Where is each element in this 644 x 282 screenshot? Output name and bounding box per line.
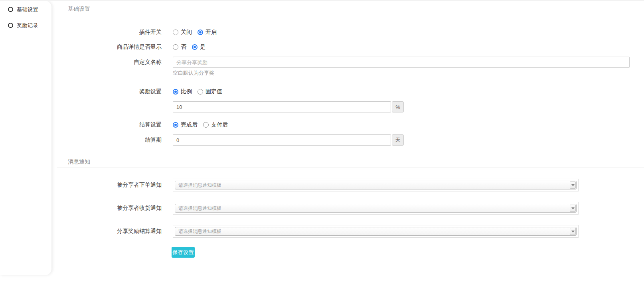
save-button-row: 保存设置 bbox=[51, 247, 644, 258]
custom-name-input[interactable] bbox=[173, 57, 630, 68]
circle-icon bbox=[8, 23, 13, 28]
radio-icon bbox=[173, 122, 178, 128]
save-button[interactable]: 保存设置 bbox=[172, 247, 195, 258]
select-placeholder: 请选择消息通知模板 bbox=[175, 182, 570, 189]
radio-label: 完成后 bbox=[181, 121, 198, 128]
settings-page: 基础设置 奖励记录 基础设置 插件开关 关闭 开启 商品详情是否显示 bbox=[0, 1, 644, 282]
notify-settle-label: 分享奖励结算通知 bbox=[51, 228, 162, 235]
radio-label: 关闭 bbox=[181, 29, 192, 36]
settle-period-label: 结算期 bbox=[51, 136, 162, 144]
section-divider bbox=[57, 15, 644, 15]
custom-name-help-row: 空白默认为分享奖 bbox=[51, 69, 644, 77]
select-box: 请选择消息通知模板 bbox=[175, 181, 577, 189]
select-box: 请选择消息通知模板 bbox=[175, 227, 577, 236]
basic-section-title: 基础设置 bbox=[51, 6, 644, 12]
radio-label: 固定值 bbox=[205, 88, 222, 95]
product-detail-display-label: 商品详情是否显示 bbox=[51, 43, 162, 51]
chevron-down-icon bbox=[570, 228, 576, 235]
radio-plugin-off[interactable]: 关闭 bbox=[173, 29, 192, 36]
settle-period-row: 结算期 天 bbox=[51, 134, 644, 146]
sidebar: 基础设置 奖励记录 bbox=[0, 1, 51, 275]
notify-receipt-select[interactable]: 请选择消息通知模板 bbox=[173, 202, 579, 215]
radio-plugin-on[interactable]: 开启 bbox=[198, 29, 217, 36]
chevron-down-icon bbox=[570, 205, 576, 212]
radio-label: 否 bbox=[181, 43, 186, 51]
percent-addon: % bbox=[392, 101, 404, 112]
radio-label: 比例 bbox=[181, 88, 192, 95]
settle-setting-label: 结算设置 bbox=[51, 121, 162, 128]
section-divider bbox=[57, 168, 644, 168]
radio-reward-fixed[interactable]: 固定值 bbox=[198, 88, 222, 95]
custom-name-help-text: 空白默认为分享奖 bbox=[173, 69, 214, 77]
radio-icon bbox=[198, 30, 203, 35]
select-placeholder: 请选择消息通知模板 bbox=[175, 205, 570, 212]
notify-receipt-label: 被分享者收货通知 bbox=[51, 205, 162, 212]
reward-amount-input[interactable] bbox=[173, 101, 391, 112]
settle-period-input[interactable] bbox=[173, 134, 391, 146]
radio-icon bbox=[173, 30, 178, 35]
day-addon: 天 bbox=[392, 134, 404, 146]
notify-settle-select[interactable]: 请选择消息通知模板 bbox=[173, 225, 579, 238]
notify-order-row: 被分享者下单通知 请选择消息通知模板 bbox=[51, 179, 644, 191]
product-detail-display-row: 商品详情是否显示 否 是 bbox=[51, 43, 644, 51]
notify-receipt-row: 被分享者收货通知 请选择消息通知模板 bbox=[51, 202, 644, 215]
radio-icon bbox=[173, 89, 178, 95]
radio-icon bbox=[192, 44, 198, 50]
main-content: 基础设置 插件开关 关闭 开启 商品详情是否显示 否 是 bbox=[51, 1, 644, 282]
settle-setting-row: 结算设置 完成后 支付后 bbox=[51, 121, 644, 129]
notify-section-title: 消息通知 bbox=[51, 158, 644, 165]
radio-icon bbox=[203, 122, 209, 128]
radio-label: 支付后 bbox=[211, 121, 228, 128]
custom-name-row: 自定义名称 bbox=[51, 57, 644, 68]
radio-detail-yes[interactable]: 是 bbox=[192, 43, 205, 51]
radio-settle-after-complete[interactable]: 完成后 bbox=[173, 121, 198, 128]
sidebar-item-label: 奖励记录 bbox=[17, 22, 38, 29]
notify-order-label: 被分享者下单通知 bbox=[51, 181, 162, 189]
reward-setting-row: 奖励设置 比例 固定值 bbox=[51, 88, 644, 96]
select-box: 请选择消息通知模板 bbox=[175, 204, 577, 213]
circle-icon bbox=[8, 7, 13, 12]
select-placeholder: 请选择消息通知模板 bbox=[175, 228, 570, 235]
plugin-switch-label: 插件开关 bbox=[51, 29, 162, 36]
radio-label: 开启 bbox=[205, 29, 217, 36]
radio-settle-after-pay[interactable]: 支付后 bbox=[203, 121, 228, 128]
custom-name-label: 自定义名称 bbox=[51, 59, 162, 66]
radio-icon bbox=[173, 44, 178, 50]
sidebar-item-reward-records[interactable]: 奖励记录 bbox=[0, 22, 51, 29]
reward-setting-label: 奖励设置 bbox=[51, 88, 162, 95]
plugin-switch-row: 插件开关 关闭 开启 bbox=[51, 28, 644, 36]
sidebar-item-basic-settings[interactable]: 基础设置 bbox=[0, 6, 51, 13]
notify-settle-row: 分享奖励结算通知 请选择消息通知模板 bbox=[51, 225, 644, 238]
radio-reward-ratio[interactable]: 比例 bbox=[173, 88, 192, 95]
radio-label: 是 bbox=[200, 43, 205, 51]
radio-detail-no[interactable]: 否 bbox=[173, 43, 186, 51]
reward-amount-row: % bbox=[51, 101, 644, 112]
sidebar-item-label: 基础设置 bbox=[17, 6, 38, 13]
chevron-down-icon bbox=[570, 181, 576, 189]
notify-order-select[interactable]: 请选择消息通知模板 bbox=[173, 179, 579, 191]
radio-icon bbox=[198, 89, 203, 95]
